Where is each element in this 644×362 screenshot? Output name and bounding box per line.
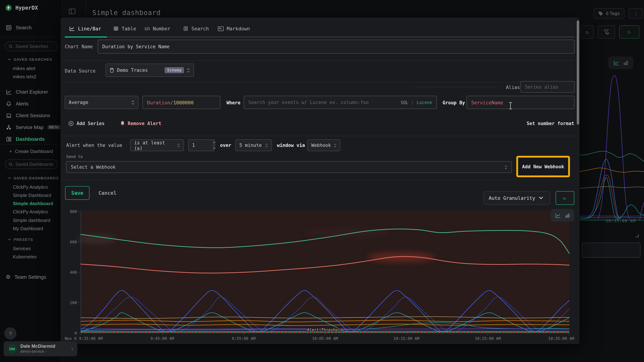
saved-dashboard-item[interactable]: ClickPy Analytics <box>13 209 48 214</box>
data-source-label: Data Source <box>65 68 96 74</box>
sidebar-item-search[interactable]: Search <box>0 23 62 32</box>
help-button[interactable]: ? <box>4 327 16 340</box>
threshold-number-input[interactable] <box>188 139 215 151</box>
hyperdx-app: HyperDX Search Saved Searches SAVED SEAR… <box>0 0 644 362</box>
add-new-webhook-button[interactable]: Add New Webhook <box>518 158 568 176</box>
save-button[interactable]: Save <box>65 186 90 200</box>
brand[interactable]: HyperDX <box>5 4 38 11</box>
page-title: Simple dashboard <box>92 8 161 16</box>
sidebar-item-client-sessions[interactable]: Client Sessions <box>0 111 62 120</box>
granularity-select[interactable]: Auto Granularity <box>483 191 550 205</box>
svg-text:10:25:00 AM: 10:25:00 AM <box>475 336 501 341</box>
saved-dashboards-input[interactable]: Saved Dashboards <box>5 159 58 169</box>
saved-search-item[interactable]: mikes tets2 <box>13 74 36 79</box>
alias-field[interactable] <box>525 84 570 90</box>
saved-dashboard-item[interactable]: Simple dashboard <box>13 218 50 223</box>
remove-alert-button[interactable]: Remove Alert <box>120 121 161 126</box>
add-new-webhook-highlight: Add New Webhook <box>516 156 570 177</box>
lucene-toggle[interactable]: Lucene <box>417 100 432 105</box>
sidebar-item-alerts[interactable]: Alerts <box>0 99 62 108</box>
saved-dashboard-item[interactable]: ClickPy Analytics <box>13 184 48 190</box>
chart-editor-modal: Line/Bar Table 123 Number Search M↓ Mark… <box>61 18 579 344</box>
svg-text:9:55:00 AM: 9:55:00 AM <box>232 336 256 341</box>
window-select[interactable]: 5 minute <box>236 139 272 151</box>
set-number-format-button[interactable]: Set number format <box>526 121 574 126</box>
webhook-select[interactable]: Select a Webhook <box>66 161 512 173</box>
svg-text:200: 200 <box>70 301 77 305</box>
resize-handle[interactable] <box>636 234 639 237</box>
send-to-label: Send to <box>66 154 83 159</box>
comparator-select[interactable]: is at least (≥) <box>130 139 184 151</box>
divider <box>0 144 62 144</box>
search-icon <box>8 162 13 166</box>
saved-dashboard-item[interactable]: My Dashboard <box>13 226 43 231</box>
line-chart-icon[interactable] <box>555 213 561 218</box>
cancel-button[interactable]: Cancel <box>98 190 116 196</box>
svg-text:9:45:00 AM: 9:45:00 AM <box>150 336 174 341</box>
saved-searches-input[interactable]: Saved Searches <box>5 41 58 51</box>
stepper-down-button[interactable] <box>213 145 216 151</box>
saved-dashboard-item[interactable]: Simple Dashboard <box>13 193 51 198</box>
run-chart-button[interactable]: ▷ <box>556 191 574 205</box>
saved-search-item[interactable]: mikes alert <box>13 66 36 71</box>
svg-text:10:35:00 AM: 10:35:00 AM <box>548 336 574 341</box>
modal-scrollbar[interactable] <box>577 20 579 125</box>
channel-select[interactable]: Webhook <box>307 139 340 151</box>
alias-input[interactable] <box>520 81 574 93</box>
create-dashboard-button[interactable]: + Create Dashboard <box>9 149 53 154</box>
tags-button[interactable]: 0 Tags <box>594 8 624 18</box>
sidebar-item-dashboards[interactable]: Dashboards <box>0 134 62 144</box>
database-icon <box>110 68 114 73</box>
tag-icon <box>598 11 603 16</box>
sidebar-item-chart-explorer[interactable]: Chart Explorer <box>0 87 62 96</box>
presets-header[interactable]: PRESETS <box>8 237 33 242</box>
chevron-down-icon <box>8 177 11 179</box>
field-expression-input[interactable]: Duration/1000000 <box>142 96 220 109</box>
sidebar-item-team-settings[interactable]: ⚙ Team Settings <box>0 272 62 282</box>
where-label: Where <box>226 100 240 105</box>
search-icon <box>8 44 13 48</box>
chart-name-field[interactable] <box>102 44 570 49</box>
tab-table[interactable]: Table <box>114 24 136 33</box>
saved-dashboards-header[interactable]: SAVED DASHBOARDS <box>8 176 59 180</box>
tab-line-bar[interactable]: Line/Bar <box>70 24 101 33</box>
preset-item[interactable]: Kubernetes <box>13 254 37 259</box>
schema-badge[interactable]: Schema <box>165 67 184 73</box>
sql-toggle[interactable]: SQL <box>400 100 408 105</box>
chart-explorer-icon <box>6 89 12 95</box>
saved-dashboard-item-active[interactable]: Simple dashboard <box>13 201 53 206</box>
background-chart-x-label: 10:35:00 AM <box>606 219 636 223</box>
bell-icon <box>6 101 12 107</box>
add-series-button[interactable]: Add Series <box>68 121 105 126</box>
where-search-input[interactable]: SQL | Lucene <box>244 96 437 109</box>
tab-markdown[interactable]: M↓ Markdown <box>218 24 250 33</box>
select-chevrons-icon <box>334 143 336 148</box>
data-source-select[interactable]: Demo Traces Schema <box>106 64 194 77</box>
select-chevrons-icon <box>131 100 134 105</box>
stepper-up-button[interactable] <box>213 140 216 145</box>
kebab-menu-button[interactable]: ⋮ <box>628 8 643 18</box>
sidebar-item-service-map[interactable]: Service Map BETA <box>0 123 62 132</box>
user-subtitle: demo-service - <box>20 349 68 354</box>
tab-search[interactable]: Search <box>183 24 209 33</box>
user-card[interactable]: DM Dale McDiarmid demo-service - › <box>4 341 77 356</box>
group-by-input[interactable]: ServiceName <box>466 96 574 109</box>
preset-item[interactable]: Services <box>13 246 31 251</box>
line-chart-icon[interactable] <box>614 60 619 65</box>
active-tab-indicator <box>65 36 107 37</box>
chart-name-input[interactable] <box>98 40 574 54</box>
bar-chart-icon[interactable] <box>624 60 628 65</box>
where-search-field[interactable] <box>248 100 398 105</box>
chart-type-toggle <box>550 209 574 221</box>
threshold-field[interactable] <box>188 143 210 148</box>
collapse-sidebar-button[interactable] <box>68 8 76 15</box>
sidebar: HyperDX Search Saved Searches SAVED SEAR… <box>0 0 62 362</box>
markdown-icon: M↓ <box>218 26 224 31</box>
bar-chart-icon[interactable] <box>565 213 570 218</box>
select-chevrons-icon <box>187 67 190 73</box>
avatar: DM <box>7 344 17 354</box>
select-chevrons-icon <box>504 165 507 170</box>
tab-number[interactable]: 123 Number <box>144 24 170 33</box>
aggregation-select[interactable]: Average <box>65 96 138 109</box>
saved-searches-header[interactable]: SAVED SEARCHES <box>8 57 52 61</box>
